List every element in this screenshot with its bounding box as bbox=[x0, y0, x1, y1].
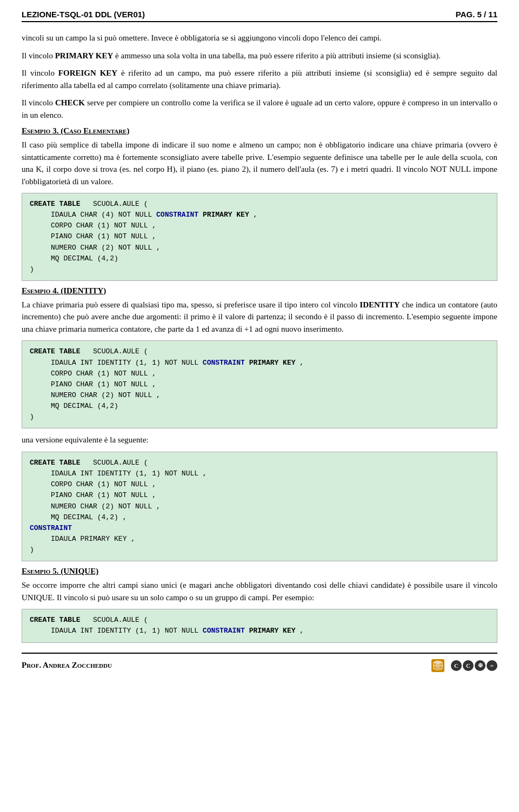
esempio3-body: Il caso più semplice di tabella impone d… bbox=[22, 140, 497, 186]
code-block-3: CREATE TABLE SCUOLA.AULE ( IDAULA INT ID… bbox=[22, 452, 497, 561]
p4-prefix: Il vincolo bbox=[22, 98, 55, 107]
cb3-constraint: CONSTRAINT bbox=[30, 524, 72, 532]
esempio3-title-text: Esempio 3. (Caso Elementare) bbox=[22, 126, 129, 135]
svg-point-3 bbox=[434, 667, 442, 670]
cb2-constraint: CONSTRAINT bbox=[203, 359, 245, 367]
cb1-constraint: CONSTRAINT bbox=[156, 211, 198, 219]
cc-icon-3: ⊕ bbox=[475, 660, 485, 671]
p1-text: vincoli su un campo la si può omettere. … bbox=[22, 33, 382, 42]
code-block-4: CREATE TABLE SCUOLA.AULE ( IDAULA INT ID… bbox=[22, 609, 497, 642]
cb3-create: CREATE TABLE bbox=[30, 459, 81, 467]
esempio4-text: La chiave primaria può essere di qualsia… bbox=[22, 299, 497, 335]
svg-point-1 bbox=[434, 661, 442, 664]
identity-bold: IDENTITY bbox=[360, 300, 400, 309]
cb2-create: CREATE TABLE bbox=[30, 347, 81, 355]
cb4-constraint: CONSTRAINT bbox=[203, 627, 245, 635]
cc-icon-1: C bbox=[451, 660, 462, 671]
p2-suffix: è ammesso una sola volta in una tabella,… bbox=[113, 51, 441, 60]
cb1-create: CREATE TABLE bbox=[30, 200, 81, 208]
paragraph-2: Il vincolo PRIMARY KEY è ammesso una sol… bbox=[22, 50, 497, 62]
p4-bold: CHECK bbox=[55, 98, 85, 107]
equivalente-text: una versione equivalente è la seguente: bbox=[22, 434, 497, 446]
p2-prefix: Il vincolo bbox=[22, 51, 55, 60]
paragraph-3: Il vincolo FOREIGN KEY è riferito ad un … bbox=[22, 67, 497, 91]
esempio5-text: Se occorre imporre che altri campi siano… bbox=[22, 579, 497, 603]
code-block-2: CREATE TABLE SCUOLA.AULE ( IDAULA INT ID… bbox=[22, 340, 497, 428]
esempio5-title: Esempio 5. (UNIQUE) bbox=[22, 567, 497, 576]
p4-suffix: serve per compiere un controllo come la … bbox=[22, 98, 497, 119]
code-block-1: CREATE TABLE SCUOLA.AULE ( IDAULA CHAR (… bbox=[22, 193, 497, 281]
cc-icon-4: = bbox=[487, 660, 497, 671]
cb2-pk: PRIMARY KEY bbox=[249, 359, 296, 367]
paragraph-4: Il vincolo CHECK serve per compiere un c… bbox=[22, 97, 497, 121]
cb4-create: CREATE TABLE bbox=[30, 616, 81, 624]
esempio3-text: Il caso più semplice di tabella impone d… bbox=[22, 139, 497, 187]
header-title-text: LEZIONE-TSQL-01 DDL (VER01) bbox=[22, 10, 145, 19]
footer-author: Prof. Andrea Zoccheddu bbox=[22, 661, 112, 670]
cb1-pk: PRIMARY KEY bbox=[203, 211, 249, 219]
paragraph-1: vincoli su un campo la si può omettere. … bbox=[22, 32, 497, 44]
cb4-pk: PRIMARY KEY bbox=[249, 627, 296, 635]
esempio5-title-text: Esempio 5. (UNIQUE) bbox=[22, 567, 98, 575]
cc-icon-2: C bbox=[463, 660, 474, 671]
esempio5-body: Se occorre imporre che altri campi siano… bbox=[22, 581, 497, 602]
header-title: LEZIONE-TSQL-01 DDL (VER01) bbox=[22, 10, 145, 19]
page-footer: Prof. Andrea Zoccheddu C C ⊕ = bbox=[22, 653, 497, 674]
footer-right: C C ⊕ = bbox=[429, 657, 497, 674]
header-page-num: PAG. 5 / 11 bbox=[456, 10, 497, 19]
cc-license-icons: C C ⊕ = bbox=[451, 660, 497, 671]
footer-author-text: Prof. Andrea Zoccheddu bbox=[22, 661, 112, 669]
esempio4-title: Esempio 4. (IDENTITY) bbox=[22, 286, 497, 296]
page-container: LEZIONE-TSQL-01 DDL (VER01) PAG. 5 / 11 … bbox=[0, 0, 519, 685]
p2-bold: PRIMARY KEY bbox=[55, 51, 114, 60]
p3-bold: FOREIGN KEY bbox=[58, 69, 117, 77]
svg-point-2 bbox=[434, 664, 442, 667]
esempio4-title-text: Esempio 4. (IDENTITY) bbox=[22, 286, 106, 295]
equivalente-body: una versione equivalente è la seguente: bbox=[22, 435, 149, 444]
p3-prefix: Il vincolo bbox=[22, 69, 58, 77]
page-header: LEZIONE-TSQL-01 DDL (VER01) PAG. 5 / 11 bbox=[22, 10, 497, 22]
footer-db-icon bbox=[429, 657, 447, 674]
esempio3-title: Esempio 3. (Caso Elementare) bbox=[22, 126, 497, 136]
